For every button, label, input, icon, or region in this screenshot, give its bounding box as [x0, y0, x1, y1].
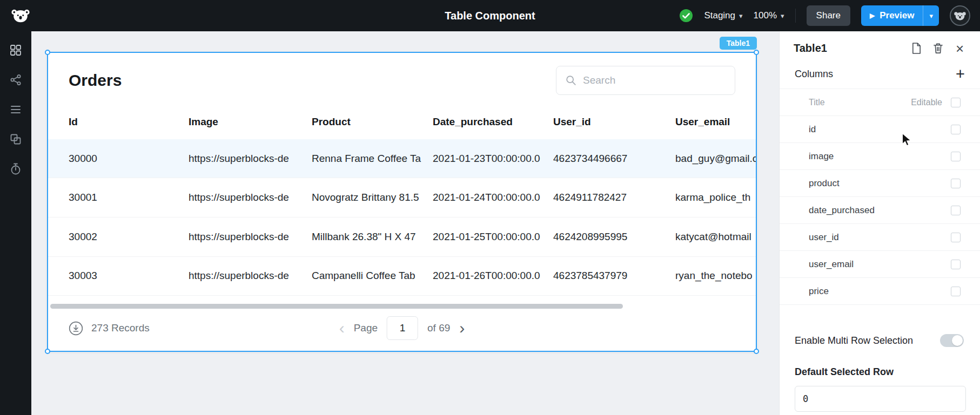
column-header[interactable]: Image	[189, 116, 312, 128]
add-column-button[interactable]: +	[956, 66, 965, 82]
cell-id: 30002	[48, 231, 189, 243]
panel-title: Table1	[794, 42, 901, 55]
close-icon[interactable]: ×	[954, 42, 966, 55]
column-item-user-id[interactable]: user_id	[780, 224, 980, 251]
left-sidebar	[0, 31, 31, 415]
cell-image: https://superblocks-de	[189, 192, 312, 203]
panel-header: Table1 ×	[780, 31, 980, 62]
column-item-label: date_purchased	[809, 205, 951, 216]
preview-dropdown-button[interactable]: ▾	[923, 12, 939, 20]
column-item-product[interactable]: product	[780, 170, 980, 197]
columns-list: Title Editable id image product da	[780, 89, 980, 305]
cell-user-id: 4623734496667	[553, 153, 675, 165]
next-page-button[interactable]: ›	[459, 320, 465, 336]
cell-id: 30003	[48, 270, 189, 282]
avatar-koala-icon	[954, 11, 966, 21]
table-search[interactable]	[556, 66, 735, 95]
table-row[interactable]: 30001 https://superblocks-de Novogratz B…	[48, 178, 756, 217]
cell-user-email: karma_police_th	[675, 192, 756, 203]
table-column-headers: Id Image Product Date_purchased User_id …	[48, 105, 756, 139]
column-header[interactable]: User_email	[675, 116, 756, 128]
cell-user-id: 4623785437979	[553, 270, 675, 282]
page-label: Page	[354, 322, 378, 334]
cell-date: 2021-01-24T00:00:00.0	[433, 192, 553, 203]
cell-image: https://superblocks-de	[189, 231, 312, 243]
default-selected-row-input[interactable]	[795, 386, 966, 412]
preview-button[interactable]: ▶ Preview ▾	[861, 5, 939, 26]
trash-icon[interactable]	[932, 42, 944, 55]
editable-checkbox[interactable]	[951, 260, 961, 269]
resize-handle-bottom-left[interactable]	[45, 349, 50, 354]
column-header[interactable]: Product	[312, 116, 433, 128]
editable-checkbox[interactable]	[951, 206, 961, 215]
toggle-knob	[952, 335, 963, 346]
zoom-selector[interactable]: 100% ▾	[754, 10, 784, 21]
prev-page-button[interactable]: ‹	[339, 320, 345, 336]
column-header[interactable]: Date_purchased	[433, 116, 553, 128]
layers-icon[interactable]	[9, 132, 23, 146]
resize-handle-top-left[interactable]	[45, 50, 50, 55]
page-number-input[interactable]	[387, 316, 418, 340]
queries-list-icon[interactable]	[9, 103, 23, 117]
table-widget[interactable]: Table1 Orders	[47, 52, 757, 352]
cell-image: https://superblocks-de	[189, 153, 312, 165]
column-item-user-email[interactable]: user_email	[780, 251, 980, 278]
search-input[interactable]	[583, 74, 726, 86]
resize-handle-bottom-right[interactable]	[754, 349, 759, 354]
cell-user-email: bad_guy@gmail.c	[675, 153, 756, 165]
resize-handle-top-right[interactable]	[754, 50, 759, 55]
canvas[interactable]: Table1 Orders	[31, 31, 779, 415]
table-header-bar: Orders	[48, 53, 756, 105]
editable-checkbox[interactable]	[951, 179, 961, 188]
table-row[interactable]: 30003 https://superblocks-de Campanelli …	[48, 257, 756, 296]
cell-date: 2021-01-26T00:00:00.0	[433, 270, 553, 282]
share-button[interactable]: Share	[807, 5, 850, 26]
column-item-date-purchased[interactable]: date_purchased	[780, 197, 980, 224]
scrollbar-thumb[interactable]	[50, 304, 623, 309]
deploy-success-icon	[679, 9, 693, 23]
download-icon[interactable]	[69, 321, 83, 336]
widget-name-badge[interactable]: Table1	[720, 37, 757, 50]
editable-column-label: Editable	[911, 98, 942, 107]
columns-section-title: Columns	[795, 69, 833, 80]
multi-row-selection-toggle[interactable]	[940, 334, 964, 347]
cell-id: 30001	[48, 192, 189, 203]
page-title: Table Component	[445, 10, 535, 22]
cell-date: 2021-01-23T00:00:00.0	[433, 153, 553, 165]
table-row[interactable]: 30000 https://superblocks-de Renna Frame…	[48, 139, 756, 179]
horizontal-scrollbar	[48, 300, 756, 313]
preview-main[interactable]: ▶ Preview	[861, 10, 923, 21]
integrations-icon[interactable]	[9, 73, 23, 87]
table-footer: 273 Records ‹ Page of 69 ›	[48, 313, 756, 351]
cell-user-email: ryan_the_notebo	[675, 270, 756, 282]
column-item-price[interactable]: price	[780, 278, 980, 305]
components-grid-icon[interactable]	[9, 43, 23, 57]
superblocks-logo[interactable]	[10, 6, 31, 25]
environment-selector[interactable]: Staging ▾	[704, 10, 742, 21]
orders-table-card: Orders Id Image Product Date_purchased	[48, 53, 756, 351]
cell-user-id: 4624208995995	[553, 231, 675, 243]
topbar-divider	[795, 9, 796, 23]
avatar[interactable]	[950, 5, 970, 26]
column-header[interactable]: Id	[48, 116, 189, 128]
column-item-image[interactable]: image	[780, 143, 980, 170]
title-column-label: Title	[809, 98, 911, 107]
column-header[interactable]: User_id	[553, 116, 675, 128]
editable-checkbox[interactable]	[951, 152, 961, 161]
table-row[interactable]: 30002 https://superblocks-de Millbank 26…	[48, 217, 756, 257]
page-total: of 69	[427, 322, 450, 334]
records-count: 273 Records	[91, 322, 150, 334]
editable-checkbox[interactable]	[951, 287, 961, 296]
table-title: Orders	[69, 71, 122, 90]
column-item-label: user_id	[809, 232, 951, 243]
timer-icon[interactable]	[9, 162, 23, 176]
editable-checkbox[interactable]	[951, 233, 961, 242]
column-item-id[interactable]: id	[780, 116, 980, 143]
properties-panel: Table1 × Columns + Ti	[779, 31, 980, 415]
play-icon: ▶	[870, 12, 875, 19]
cell-product: Campanelli Coffee Tab	[312, 270, 433, 282]
document-icon[interactable]	[910, 42, 923, 55]
preview-label: Preview	[880, 10, 914, 21]
editable-checkbox[interactable]	[951, 125, 961, 134]
editable-all-checkbox[interactable]	[951, 98, 961, 107]
